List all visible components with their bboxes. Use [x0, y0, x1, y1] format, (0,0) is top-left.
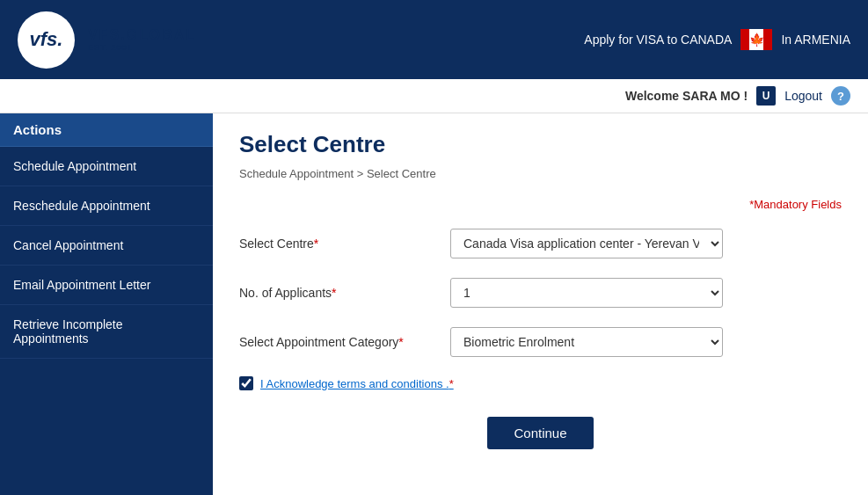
- content-area: Select Centre Schedule Appointment > Sel…: [213, 113, 868, 495]
- sidebar-item-schedule[interactable]: Schedule Appointment: [0, 147, 213, 186]
- no-applicants-label: No. of Applicants*: [239, 286, 433, 300]
- sidebar-item-reschedule[interactable]: Reschedule Appointment: [0, 186, 213, 226]
- select-centre-row: Select Centre* Canada Visa application c…: [239, 229, 842, 258]
- continue-button[interactable]: Continue: [487, 417, 593, 449]
- welcome-text: Welcome SARA MO !: [625, 89, 748, 103]
- no-applicants-row: No. of Applicants* 1 2 3 4 5: [239, 278, 842, 308]
- appointment-category-row: Select Appointment Category* Biometric E…: [239, 327, 842, 357]
- logo-vfs-text: vfs.: [30, 28, 63, 51]
- breadcrumb-select-centre: Select Centre: [367, 167, 436, 180]
- mandatory-label: Mandatory Fields: [754, 198, 842, 211]
- sidebar-actions-header: Actions: [0, 113, 213, 147]
- logout-label: Logout: [784, 89, 822, 103]
- select-centre-dropdown[interactable]: Canada Visa application center - Yerevan…: [450, 229, 723, 258]
- breadcrumb-schedule[interactable]: Schedule Appointment: [239, 167, 354, 180]
- flag-left-stripe: [740, 29, 749, 50]
- acknowledge-label[interactable]: I Acknowledge terms and conditions .*: [260, 377, 454, 390]
- no-applicants-dropdown[interactable]: 1 2 3 4 5: [450, 278, 723, 308]
- logout-button[interactable]: Logout: [784, 89, 822, 103]
- logout-icon-text: U: [762, 90, 770, 102]
- appointment-category-label: Select Appointment Category*: [239, 335, 433, 349]
- page-title: Select Centre: [239, 131, 842, 158]
- breadcrumb-separator: >: [357, 167, 367, 180]
- sidebar-item-retrieve-label: Retrieve Incomplete Appointments: [13, 317, 123, 346]
- visa-text: Apply for VISA to CANADA: [584, 33, 732, 47]
- flag-maple-leaf: 🍁: [749, 29, 763, 50]
- header: vfs. VFS.GLOBAL EST. 2001 Apply for VISA…: [0, 0, 868, 79]
- mandatory-fields-note: *Mandatory Fields: [239, 198, 842, 211]
- breadcrumb: Schedule Appointment > Select Centre: [239, 167, 842, 180]
- flag-right-stripe: [763, 29, 772, 50]
- select-centre-label: Select Centre*: [239, 237, 433, 251]
- acknowledge-row: I Acknowledge terms and conditions .*: [239, 376, 842, 390]
- logo-est: EST. 2001: [88, 43, 196, 52]
- help-button[interactable]: ?: [831, 86, 850, 106]
- canada-flag-icon: 🍁: [740, 29, 772, 50]
- main-layout: Actions Schedule Appointment Reschedule …: [0, 113, 868, 495]
- sidebar-item-cancel-label: Cancel Appointment: [13, 238, 123, 252]
- logo-name: VFS.GLOBAL: [88, 27, 196, 43]
- logo-text-group: VFS.GLOBAL EST. 2001: [88, 27, 196, 52]
- topbar: Welcome SARA MO ! U Logout ?: [0, 79, 868, 113]
- sidebar-item-email[interactable]: Email Appointment Letter: [0, 266, 213, 305]
- logout-icon: U: [756, 86, 776, 106]
- sidebar-item-retrieve[interactable]: Retrieve Incomplete Appointments: [0, 305, 213, 359]
- sidebar-item-cancel[interactable]: Cancel Appointment: [0, 226, 213, 266]
- country-text: In ARMENIA: [781, 33, 850, 47]
- sidebar-actions-label: Actions: [13, 122, 62, 137]
- appointment-category-dropdown[interactable]: Biometric Enrolment: [450, 327, 723, 357]
- logo-area: vfs. VFS.GLOBAL EST. 2001: [18, 11, 196, 69]
- logo-circle: vfs.: [18, 11, 75, 69]
- acknowledge-checkbox[interactable]: [239, 376, 253, 390]
- help-icon: ?: [837, 90, 844, 103]
- sidebar-item-reschedule-label: Reschedule Appointment: [13, 199, 150, 213]
- sidebar: Actions Schedule Appointment Reschedule …: [0, 113, 213, 495]
- sidebar-item-email-label: Email Appointment Letter: [13, 278, 150, 292]
- header-right: Apply for VISA to CANADA 🍁 In ARMENIA: [584, 29, 850, 50]
- sidebar-item-schedule-label: Schedule Appointment: [13, 159, 136, 173]
